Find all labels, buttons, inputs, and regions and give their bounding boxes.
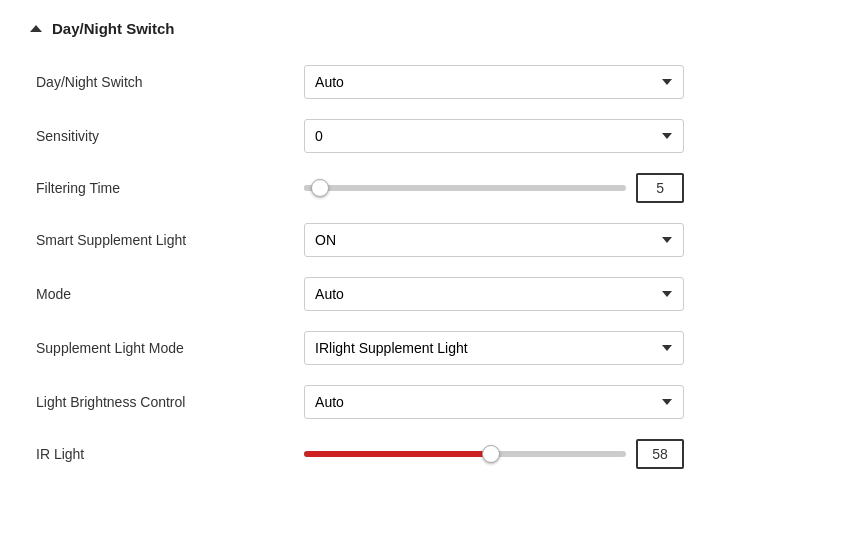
row-label: Day/Night Switch xyxy=(30,55,298,109)
row-control: 012345 xyxy=(298,109,812,163)
chevron-up-icon[interactable] xyxy=(30,25,42,32)
slider-container: 5 xyxy=(304,173,684,203)
row-label: IR Light xyxy=(30,429,298,479)
form-row: Sensitivity012345 xyxy=(30,109,812,163)
section-title: Day/Night Switch xyxy=(52,20,175,37)
form-row: Supplement Light ModeIRlight Supplement … xyxy=(30,321,812,375)
select-wrapper: 012345 xyxy=(304,119,684,153)
settings-table: Day/Night SwitchAutoDayNightSensitivity0… xyxy=(30,55,812,479)
select-smart-supplement-light[interactable]: ONOFF xyxy=(304,223,684,257)
slider-container: 58 xyxy=(304,439,684,469)
row-label: Filtering Time xyxy=(30,163,298,213)
select-day/night-switch[interactable]: AutoDayNight xyxy=(304,65,684,99)
slider-thumb[interactable] xyxy=(482,445,500,463)
row-control: IRlight Supplement LightWhite Light Supp… xyxy=(298,321,812,375)
slider-value-box: 58 xyxy=(636,439,684,469)
slider-track[interactable] xyxy=(304,185,626,191)
row-control: AutoManual xyxy=(298,267,812,321)
form-row: Smart Supplement LightONOFF xyxy=(30,213,812,267)
row-control: AutoManual xyxy=(298,375,812,429)
select-supplement-light-mode[interactable]: IRlight Supplement LightWhite Light Supp… xyxy=(304,331,684,365)
row-label: Light Brightness Control xyxy=(30,375,298,429)
select-wrapper: AutoDayNight xyxy=(304,65,684,99)
slider-thumb[interactable] xyxy=(311,179,329,197)
form-row: Light Brightness ControlAutoManual xyxy=(30,375,812,429)
row-label: Mode xyxy=(30,267,298,321)
slider-track[interactable] xyxy=(304,451,626,457)
select-wrapper: AutoManual xyxy=(304,385,684,419)
form-row: Day/Night SwitchAutoDayNight xyxy=(30,55,812,109)
select-wrapper: AutoManual xyxy=(304,277,684,311)
row-control: 5 xyxy=(298,163,812,213)
row-control: AutoDayNight xyxy=(298,55,812,109)
select-wrapper: IRlight Supplement LightWhite Light Supp… xyxy=(304,331,684,365)
row-label: Sensitivity xyxy=(30,109,298,163)
form-row: Filtering Time5 xyxy=(30,163,812,213)
slider-fill xyxy=(304,451,491,457)
form-row: ModeAutoManual xyxy=(30,267,812,321)
slider-value-box: 5 xyxy=(636,173,684,203)
row-control: ONOFF xyxy=(298,213,812,267)
row-label: Smart Supplement Light xyxy=(30,213,298,267)
select-sensitivity[interactable]: 012345 xyxy=(304,119,684,153)
form-row: IR Light58 xyxy=(30,429,812,479)
section-header: Day/Night Switch xyxy=(30,20,812,37)
select-mode[interactable]: AutoManual xyxy=(304,277,684,311)
select-wrapper: ONOFF xyxy=(304,223,684,257)
row-label: Supplement Light Mode xyxy=(30,321,298,375)
row-control: 58 xyxy=(298,429,812,479)
select-light-brightness-control[interactable]: AutoManual xyxy=(304,385,684,419)
